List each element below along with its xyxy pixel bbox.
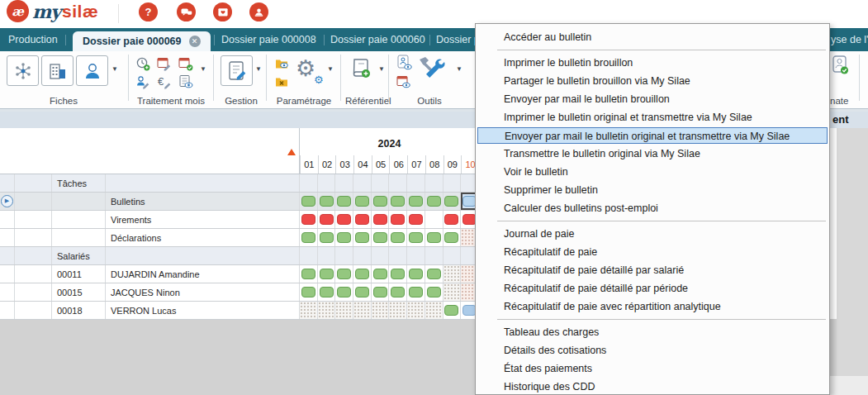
menu-item-transmettre-le-bulletin-original-via-my-silae[interactable]: Transmettre le bulletin original via My … (476, 145, 829, 163)
month-header-06[interactable]: 06 (389, 155, 407, 174)
chevron-down-icon[interactable]: ▼ (327, 65, 334, 73)
badge-eye-icon[interactable] (396, 55, 411, 69)
cell-04[interactable] (353, 265, 372, 283)
month-header-03[interactable]: 03 (335, 155, 353, 174)
status-ok-pill[interactable] (301, 232, 315, 243)
cell-01[interactable] (300, 247, 318, 264)
status-ok-pill[interactable] (337, 269, 351, 279)
cell-07[interactable] (407, 265, 425, 283)
status-ok-pill[interactable] (320, 269, 334, 279)
cell-04[interactable] (353, 283, 372, 301)
menu-item-etat-des-paiements[interactable]: État des paiements (476, 359, 829, 378)
cell-09[interactable] (443, 265, 462, 283)
cell-08[interactable] (425, 302, 443, 319)
cell-05[interactable] (372, 302, 390, 319)
cell-05[interactable] (372, 211, 390, 228)
cell-02[interactable] (318, 247, 336, 264)
cell-02[interactable] (318, 211, 336, 228)
euro-edit-icon[interactable]: € (157, 74, 172, 89)
folder-x-icon[interactable] (275, 74, 290, 89)
menu-item-supprimer-le-bulletin[interactable]: Supprimer le bulletin (476, 181, 829, 199)
cell-03[interactable] (335, 193, 353, 210)
cell-06[interactable] (389, 265, 407, 283)
status-ok-pill[interactable] (355, 287, 369, 297)
status-ok-pill[interactable] (409, 196, 423, 207)
cell-01[interactable] (300, 211, 318, 228)
menu-item-envoyer-par-mail-le-bulletin-original-et-transme[interactable]: Envoyer par mail le bulletin original et… (477, 127, 828, 144)
chat-icon[interactable] (177, 2, 196, 21)
status-ok-pill[interactable] (391, 269, 405, 279)
menu-item-calculer-des-bulletins-post-emploi[interactable]: Calculer des bulletins post-emploi (476, 199, 829, 217)
status-ok-pill[interactable] (373, 269, 387, 279)
cell-06[interactable] (389, 174, 407, 192)
status-ok-pill[interactable] (337, 287, 351, 297)
month-header-02[interactable]: 02 (318, 155, 336, 174)
notepad-edit-button[interactable] (221, 55, 253, 86)
tab-dossier-paie-000008[interactable]: Dossier paie 000008 (221, 28, 316, 51)
hub-button[interactable] (7, 55, 39, 86)
cell-05[interactable] (372, 265, 390, 283)
cell-02[interactable] (318, 229, 336, 246)
status-alert-pill[interactable] (320, 214, 334, 225)
cell-05[interactable] (372, 229, 390, 246)
menu-item-imprimer-le-bulletin-brouillon[interactable]: Imprimer le bulletin brouillon (476, 54, 829, 72)
menu-item-recapitulatif-de-paie[interactable]: Récapitulatif de paie (476, 243, 829, 261)
status-ok-pill[interactable] (391, 287, 405, 297)
status-alert-pill[interactable] (337, 214, 351, 225)
status-ok-pill[interactable] (373, 232, 387, 243)
calendar-eye-icon[interactable] (396, 74, 411, 89)
chevron-down-icon[interactable]: ▼ (111, 65, 118, 73)
menu-item-recapitulatif-de-paie-detaille-par-periode[interactable]: Récapitulatif de paie détaillé par pério… (476, 279, 829, 297)
cell-06[interactable] (389, 211, 407, 228)
cell-05[interactable] (372, 283, 390, 301)
cell-09[interactable] (443, 247, 462, 264)
status-ok-pill[interactable] (337, 232, 351, 243)
status-alert-pill[interactable] (301, 214, 315, 225)
cell-01[interactable] (300, 265, 318, 283)
status-ok-pill[interactable] (444, 305, 458, 316)
menu-item-partager-le-bulletin-brouillon-via-my-silae[interactable]: Partager le bulletin brouillon via My Si… (476, 72, 829, 90)
menu-item-envoyer-par-mail-le-bulletin-brouillon[interactable]: Envoyer par mail le bulletin brouillon (476, 90, 829, 108)
cell-07[interactable] (407, 211, 425, 228)
cell-06[interactable] (389, 283, 407, 301)
cell-01[interactable] (300, 174, 318, 192)
status-ok-pill[interactable] (320, 196, 334, 207)
gear-icon[interactable]: ⚙ (296, 58, 315, 80)
cell-08[interactable] (425, 265, 443, 283)
tab-production[interactable]: Production (8, 28, 58, 51)
status-ok-pill[interactable] (427, 196, 441, 207)
menu-item-voir-le-bulletin[interactable]: Voir le bulletin (476, 163, 829, 181)
status-ok-pill[interactable] (320, 287, 334, 297)
cell-08[interactable] (425, 193, 443, 210)
cell-03[interactable] (335, 247, 353, 264)
row-00018[interactable]: 00018VERRON Lucas (0, 302, 479, 320)
status-ok-pill[interactable] (355, 232, 369, 243)
status-alert-pill[interactable] (391, 214, 405, 225)
status-ok-pill[interactable] (301, 196, 315, 207)
cell-01[interactable] (300, 193, 318, 210)
status-ok-pill[interactable] (355, 269, 369, 279)
cell-09[interactable] (443, 283, 462, 301)
status-ok-pill[interactable] (444, 196, 458, 207)
card-check-icon[interactable] (831, 55, 851, 79)
cell-07[interactable] (407, 174, 425, 192)
cell-01[interactable] (300, 302, 318, 319)
calendar-edit-icon[interactable] (157, 56, 172, 71)
cell-01[interactable] (300, 229, 318, 246)
status-ok-pill[interactable] (409, 232, 423, 243)
cell-04[interactable] (353, 174, 372, 192)
chevron-down-icon[interactable]: ▼ (456, 65, 462, 73)
row-salaries[interactable]: Salariés (0, 247, 479, 265)
status-ok-pill[interactable] (301, 287, 315, 297)
cell-04[interactable] (353, 247, 372, 264)
close-tab-icon[interactable]: ✕ (189, 36, 201, 47)
sort-triangle-icon[interactable] (287, 149, 296, 155)
cell-06[interactable] (389, 247, 407, 264)
clock-add-icon[interactable] (135, 56, 150, 71)
cell-05[interactable] (372, 247, 390, 264)
cell-06[interactable] (389, 229, 407, 246)
month-header-01[interactable]: 01 (300, 155, 318, 174)
book-add-icon[interactable] (349, 56, 373, 84)
cell-04[interactable] (353, 193, 372, 210)
company-button[interactable] (41, 55, 74, 86)
